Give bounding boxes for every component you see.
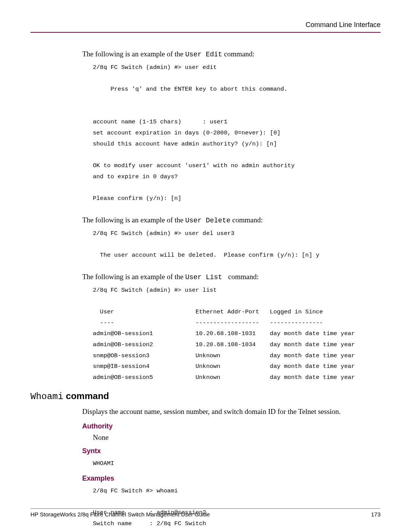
authority-value: None [93,433,381,442]
intro-user-list: The following is an example of the User … [82,272,381,283]
syntax-label: Syntx [82,447,381,455]
intro-cmd: User Delete [185,217,231,224]
examples-label: Examples [82,474,381,482]
header-title: Command Line Interface [306,21,381,29]
intro-cmd: User List [185,273,226,281]
intro-prefix: The following is an example of the [82,216,185,224]
main-content: The following is an example of the User … [82,49,381,383]
authority-label: Authority [82,422,381,430]
heading-bold: command [63,391,109,401]
code-user-delete: 2/8q FC Switch (admin) #> user del user3… [93,228,381,261]
header-rule [30,32,381,33]
heading-cmd: Whoami [30,391,63,402]
whoami-description: Displays the account name, session numbe… [82,406,381,417]
intro-prefix: The following is an example of the [82,50,185,58]
intro-suffix: command: [231,216,263,224]
footer-page-number: 173 [371,511,381,518]
footer-rule [30,508,381,509]
footer-left: HP StorageWorks 2/8q Fibre Channel Switc… [30,511,210,518]
intro-suffix: command: [222,50,255,58]
syntax-value: WHOAMI [93,458,381,469]
page-footer: HP StorageWorks 2/8q Fibre Channel Switc… [30,508,381,518]
intro-prefix: The following is an example of the [82,273,185,281]
code-user-edit: 2/8q FC Switch (admin) #> user edit Pres… [93,62,381,204]
whoami-heading: Whoami command [30,391,381,402]
intro-user-edit: The following is an example of the User … [82,49,381,60]
page-header: Command Line Interface [30,21,381,32]
intro-cmd: User Edit [185,51,222,58]
intro-user-delete: The following is an example of the User … [82,215,381,226]
intro-suffix: command: [226,273,259,281]
code-user-list: 2/8q FC Switch (admin) #> user list User… [93,285,381,383]
